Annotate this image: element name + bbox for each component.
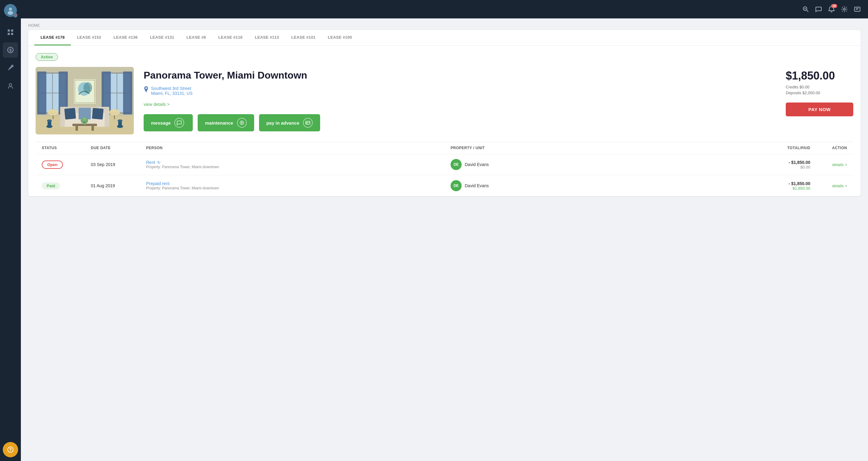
lease-tabs: LEASE #178 LEASE #152 LEASE #136 LEASE #… [28, 30, 861, 46]
location-pin-icon [144, 86, 149, 94]
tab-lease-113[interactable]: LEASE #113 [249, 30, 285, 45]
notification-bell-icon[interactable]: 18 [828, 6, 835, 12]
svg-rect-24 [37, 71, 46, 115]
row2-amount: - $1,850.00 $1,850.00 [755, 181, 810, 191]
row1-status: Open [42, 160, 91, 169]
svg-point-13 [843, 8, 845, 10]
messages-icon[interactable] [815, 6, 822, 12]
svg-text:?: ? [9, 447, 12, 452]
sidebar-item-payments[interactable]: $ [3, 42, 18, 58]
tab-lease-136[interactable]: LEASE #136 [107, 30, 144, 45]
message-button[interactable]: message [144, 114, 193, 131]
row1-charge: Rent ↻ Property: Panorama Tower, Miami d… [146, 160, 451, 169]
tab-lease-131[interactable]: LEASE #131 [144, 30, 181, 45]
col-total: TOTAL/PAID [755, 146, 810, 150]
sidebar-navigation: $ [3, 21, 18, 438]
pay-in-advance-button-icon [303, 118, 313, 128]
row1-person-name: David Evans [465, 162, 489, 167]
lease-details: Active [28, 46, 861, 142]
svg-point-55 [118, 119, 122, 122]
row2-due-date: 01 Aug 2019 [91, 183, 146, 188]
sidebar-item-dashboard[interactable] [3, 25, 18, 40]
row1-charge-link[interactable]: Rent ↻ [146, 160, 451, 165]
row1-person-avatar: DE [451, 159, 462, 170]
tab-lease-152[interactable]: LEASE #152 [71, 30, 107, 45]
svg-rect-2 [8, 29, 10, 32]
svg-rect-59 [306, 123, 308, 124]
sidebar-avatar: 📌 [0, 0, 21, 21]
row2-person: DE David Evans [451, 180, 755, 191]
sidebar-bottom: ? [3, 438, 18, 461]
svg-rect-5 [11, 33, 13, 35]
col-status: STATUS [42, 146, 91, 150]
svg-rect-38 [91, 126, 94, 131]
row1-person: DE David Evans [451, 159, 755, 170]
row1-details-link[interactable]: details > [810, 162, 847, 167]
row1-total: - $1,850.00 [755, 160, 810, 165]
tab-lease-100[interactable]: LEASE #100 [322, 30, 358, 45]
svg-rect-33 [64, 108, 76, 119]
svg-rect-35 [92, 108, 103, 120]
property-name: Panorama Tower, Miami Downtown [144, 69, 776, 81]
user-profile-icon[interactable] [854, 6, 861, 12]
content-area: HOME LEASE #178 LEASE #152 LEASE #136 LE… [21, 19, 868, 461]
support-button[interactable]: ? [3, 442, 18, 457]
notification-count: 18 [831, 4, 837, 8]
message-button-icon [174, 118, 184, 128]
lease-card: LEASE #178 LEASE #152 LEASE #136 LEASE #… [28, 30, 861, 196]
payments-table: STATUS DUE DATE PERSON PROPERTY / UNIT T… [36, 142, 853, 196]
svg-rect-58 [306, 121, 310, 124]
property-image [36, 67, 134, 134]
pay-in-advance-button[interactable]: pay in advance [259, 114, 320, 131]
col-person: PERSON [146, 146, 451, 150]
status-badge: Active [36, 53, 58, 61]
sidebar-item-maintenance[interactable] [3, 60, 18, 75]
status-paid-badge: Paid [42, 182, 60, 189]
search-icon[interactable] [802, 6, 809, 12]
status-open-badge: Open [42, 160, 63, 169]
svg-rect-31 [60, 107, 65, 127]
row2-charge-link[interactable]: Prepaid rent [146, 181, 451, 186]
user-avatar[interactable]: 📌 [4, 4, 17, 17]
col-due-date: DUE DATE [91, 146, 146, 150]
row1-amount: - $1,850.00 $0.00 [755, 160, 810, 170]
svg-rect-4 [8, 33, 10, 35]
settings-icon[interactable] [841, 6, 848, 12]
tab-lease-116[interactable]: LEASE #116 [212, 30, 249, 45]
action-buttons: message maintenance [144, 114, 776, 131]
deposits-line: Deposits $2,050.00 [786, 91, 853, 95]
svg-rect-37 [75, 126, 78, 131]
payment-info: $1,850.00 Credits $0.00 Deposits $2,050.… [786, 67, 853, 119]
pin-icon: 📌 [13, 13, 18, 18]
maintenance-button-icon [237, 118, 247, 128]
refresh-icon: ↻ [157, 160, 160, 165]
payment-amount: $1,850.00 [786, 69, 853, 82]
breadcrumb: HOME [21, 19, 868, 30]
svg-point-49 [84, 82, 92, 93]
row1-paid: $0.00 [755, 165, 810, 170]
svg-point-0 [9, 8, 12, 11]
pay-now-button[interactable]: PAY NOW [786, 102, 853, 116]
col-property: PROPERTY / UNIT [451, 146, 755, 150]
sidebar-item-tenants[interactable] [3, 78, 18, 93]
property-info: Panorama Tower, Miami Downtown Southwest… [144, 67, 776, 131]
maintenance-button[interactable]: maintenance [198, 114, 254, 131]
table-row: Open 03 Sep 2019 Rent ↻ Property: Panora… [36, 154, 853, 175]
svg-point-41 [82, 117, 87, 121]
svg-rect-32 [105, 107, 109, 127]
row2-person-avatar: DE [451, 180, 462, 191]
tab-lease-178[interactable]: LEASE #178 [34, 30, 71, 45]
tab-lease-6[interactable]: LEASE #6 [181, 30, 212, 45]
svg-point-9 [9, 84, 12, 86]
topbar: 18 [21, 0, 868, 19]
tab-lease-101[interactable]: LEASE #101 [285, 30, 322, 45]
property-row: Panorama Tower, Miami Downtown Southwest… [36, 67, 853, 134]
row2-person-name: David Evans [465, 183, 489, 188]
svg-point-43 [48, 109, 59, 115]
row2-details-link[interactable]: details > [810, 184, 847, 188]
svg-point-1 [8, 11, 13, 15]
row2-paid: $1,850.00 [755, 186, 810, 191]
sidebar: 📌 $ [0, 0, 21, 461]
row2-charge-sub: Property: Panorama Tower, Miami downtown [146, 186, 451, 190]
view-details-link[interactable]: view details > [144, 102, 776, 107]
